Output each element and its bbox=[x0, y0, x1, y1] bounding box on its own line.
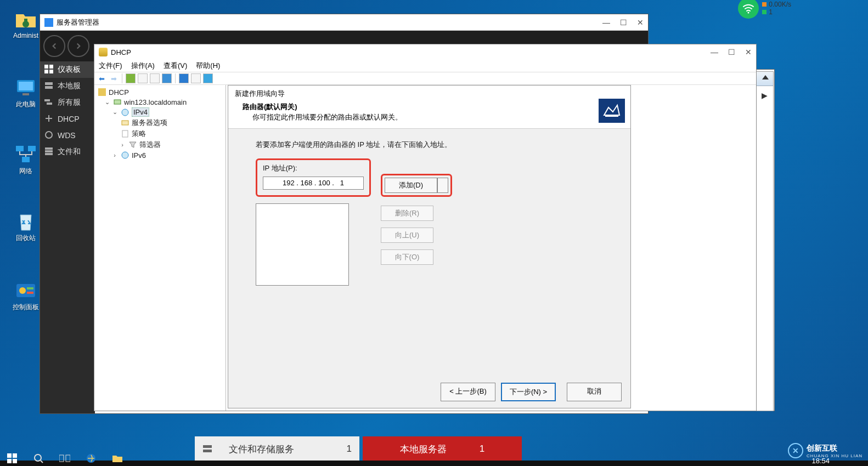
desktop-icon-thispc[interactable]: 此电脑 bbox=[8, 77, 44, 109]
tree-server-options[interactable]: 服务器选项 bbox=[95, 117, 224, 128]
back-button[interactable]: < 上一步(B) bbox=[441, 383, 495, 401]
policy-node-icon bbox=[121, 129, 129, 138]
maximize-icon[interactable]: ☐ bbox=[728, 48, 735, 56]
server-manager-sidebar: 仪表板 本地服 所有服 DHCP WDS 文件和 bbox=[40, 61, 95, 413]
tree-root[interactable]: DHCP bbox=[95, 87, 224, 97]
desktop-icon-label: 回收站 bbox=[8, 234, 44, 243]
ip-address-input[interactable] bbox=[267, 179, 360, 187]
svg-rect-10 bbox=[27, 287, 33, 289]
svg-rect-5 bbox=[16, 146, 24, 151]
add-button-extra[interactable] bbox=[437, 178, 448, 193]
tree-policies[interactable]: 策略 bbox=[95, 128, 224, 139]
network-icon bbox=[15, 144, 37, 166]
wizard-badge-icon bbox=[599, 99, 625, 123]
toolbar-forward-icon: ➡ bbox=[109, 73, 119, 83]
tile-files-storage[interactable]: 文件和存储服务 1 bbox=[195, 436, 359, 462]
watermark-name: 创新互联 bbox=[807, 444, 863, 453]
nav-back-button[interactable] bbox=[43, 35, 65, 57]
dhcp-content-pane: 新建作用域向导 路由器(默认网关) 你可指定此作用域要分配的路由器或默认网关。 … bbox=[226, 85, 756, 411]
toolbar-refresh-icon[interactable] bbox=[162, 73, 172, 83]
wizard-footer: < 上一步(B) 下一步(N) > 取消 bbox=[441, 383, 622, 401]
sidebar-item-dhcp[interactable]: DHCP bbox=[40, 111, 95, 127]
svg-rect-32 bbox=[203, 445, 212, 448]
minimize-icon[interactable]: — bbox=[602, 18, 610, 27]
user-folder-icon bbox=[15, 9, 37, 31]
toolbar-separator bbox=[175, 73, 176, 83]
dashboard-icon bbox=[44, 65, 54, 75]
menu-help[interactable]: 帮助(H) bbox=[196, 61, 220, 71]
svg-rect-1 bbox=[24, 19, 27, 23]
desktop-icon-network[interactable]: 网络 bbox=[8, 144, 44, 176]
toolbar-btn-3[interactable] bbox=[150, 73, 160, 83]
tile-label: 本地服务器 bbox=[400, 443, 447, 456]
dhcp-app-icon bbox=[99, 48, 108, 56]
dhcp-menubar: 文件(F) 操作(A) 查看(V) 帮助(H) bbox=[94, 60, 756, 72]
taskbar-icons bbox=[0, 448, 125, 466]
this-pc-icon bbox=[15, 77, 37, 99]
minimize-icon[interactable]: — bbox=[711, 48, 718, 56]
tree-label: 策略 bbox=[132, 129, 146, 139]
wifi-icon bbox=[738, 0, 759, 19]
sidebar-item-all[interactable]: 所有服 bbox=[40, 94, 95, 111]
desktop-icon-controlpanel[interactable]: 控制面板 bbox=[8, 280, 44, 312]
watermark-sub: CHUANG XIN HU LIAN bbox=[807, 453, 863, 458]
watermark-logo: ✕ 创新互联 CHUANG XIN HU LIAN bbox=[788, 443, 863, 458]
menu-action[interactable]: 操作(A) bbox=[131, 61, 155, 71]
tree-filters[interactable]: › 筛选器 bbox=[95, 139, 224, 150]
sidebar-item-wds[interactable]: WDS bbox=[40, 127, 95, 144]
desktop-icon-recycle[interactable]: 回收站 bbox=[8, 211, 44, 243]
tile-label: 文件和存储服务 bbox=[229, 443, 294, 456]
taskbar-ie-icon[interactable] bbox=[83, 451, 99, 466]
svg-rect-4 bbox=[22, 93, 29, 95]
add-button[interactable]: 添加(D) bbox=[385, 178, 437, 193]
dhcp-titlebar[interactable]: DHCP — ☐ ✕ bbox=[94, 44, 756, 60]
svg-rect-23 bbox=[45, 147, 53, 150]
svg-point-9 bbox=[19, 287, 26, 294]
desktop-icon-user[interactable]: Administ bbox=[8, 9, 44, 39]
svg-rect-30 bbox=[122, 130, 128, 137]
tree-ipv6[interactable]: › IPv6 bbox=[95, 150, 224, 160]
ip-address-input-wrap[interactable] bbox=[263, 177, 364, 190]
tree-collapse-icon[interactable]: ⌄ bbox=[103, 99, 111, 106]
sidebar-item-files[interactable]: 文件和 bbox=[40, 144, 95, 160]
menu-view[interactable]: 查看(V) bbox=[164, 61, 187, 71]
server-manager-titlebar[interactable]: 服务器管理器 — ☐ ✕ bbox=[40, 14, 648, 31]
sidebar-item-local[interactable]: 本地服 bbox=[40, 78, 95, 94]
ip-address-listbox[interactable] bbox=[256, 203, 349, 286]
menu-file[interactable]: 文件(F) bbox=[99, 61, 122, 71]
next-button[interactable]: 下一步(N) > bbox=[501, 383, 556, 401]
close-icon[interactable]: ✕ bbox=[637, 18, 644, 27]
wizard-section-desc: 你可指定此作用域要分配的路由器或默认网关。 bbox=[243, 112, 624, 123]
toolbar-btn-5[interactable] bbox=[191, 73, 201, 83]
tree-ipv4[interactable]: ⌄ IPv4 bbox=[95, 107, 224, 117]
cancel-button[interactable]: 取消 bbox=[567, 383, 622, 401]
download-indicator-icon bbox=[762, 10, 766, 14]
nav-forward-button[interactable] bbox=[67, 35, 89, 57]
close-icon[interactable]: ✕ bbox=[745, 48, 752, 56]
tree-expand-icon[interactable]: › bbox=[119, 141, 126, 148]
toolbar-help-icon[interactable] bbox=[179, 73, 189, 83]
sidebar-item-dashboard[interactable]: 仪表板 bbox=[40, 61, 95, 78]
tree-expand-icon[interactable]: › bbox=[111, 152, 119, 158]
toolbar-btn-2[interactable] bbox=[138, 73, 148, 83]
svg-rect-26 bbox=[98, 88, 106, 96]
toolbar-btn-1[interactable] bbox=[126, 73, 136, 83]
start-button[interactable] bbox=[4, 451, 20, 466]
upload-indicator-icon bbox=[762, 2, 766, 7]
tile-local-server[interactable]: 本地服务器 1 bbox=[363, 436, 522, 462]
taskbar-search-icon[interactable] bbox=[31, 451, 46, 466]
wizard-hint: 若要添加客户端使用的路由器的 IP 地址，请在下面输入地址。 bbox=[256, 140, 603, 150]
desktop-icon-label: Administ bbox=[8, 32, 44, 39]
move-up-button: 向上(U) bbox=[381, 228, 433, 243]
svg-rect-39 bbox=[59, 455, 64, 462]
toolbar-back-icon[interactable]: ⬅ bbox=[97, 73, 106, 83]
tree-collapse-icon[interactable]: ⌄ bbox=[111, 109, 119, 116]
server-manager-title: 服务器管理器 bbox=[57, 18, 99, 27]
add-button-highlight: 添加(D) bbox=[381, 174, 452, 197]
maximize-icon[interactable]: ☐ bbox=[620, 18, 627, 27]
tree-server[interactable]: ⌄ win123.localdomain bbox=[95, 97, 224, 107]
taskbar-taskview-icon[interactable] bbox=[57, 451, 72, 466]
taskbar-explorer-icon[interactable] bbox=[110, 451, 125, 466]
toolbar-btn-6[interactable] bbox=[203, 73, 213, 83]
svg-rect-3 bbox=[19, 82, 33, 90]
